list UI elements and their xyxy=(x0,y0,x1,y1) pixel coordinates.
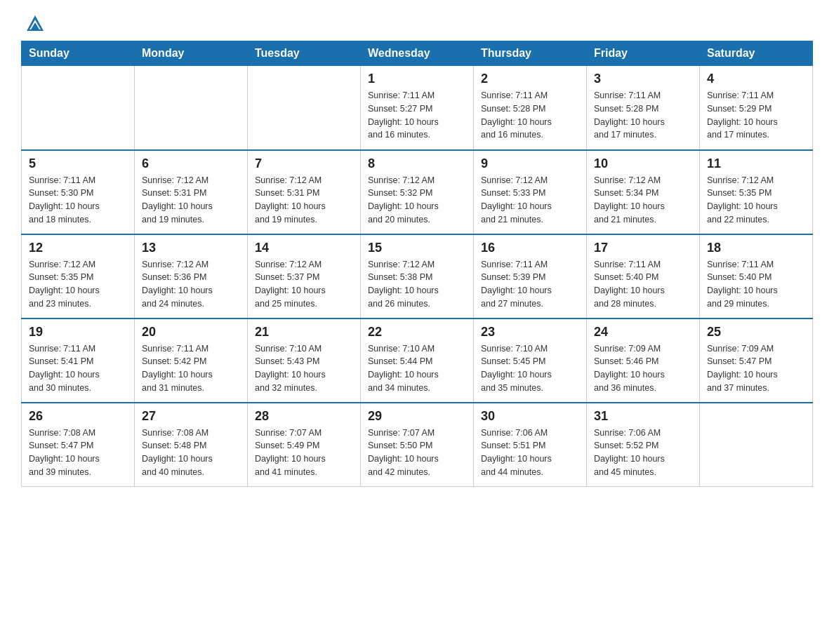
calendar-day-cell: 9Sunrise: 7:12 AM Sunset: 5:33 PM Daylig… xyxy=(474,150,587,234)
day-info: Sunrise: 7:11 AM Sunset: 5:39 PM Dayligh… xyxy=(481,258,579,311)
calendar-day-cell: 10Sunrise: 7:12 AM Sunset: 5:34 PM Dayli… xyxy=(587,150,700,234)
header-friday: Friday xyxy=(587,41,700,66)
day-info: Sunrise: 7:12 AM Sunset: 5:34 PM Dayligh… xyxy=(594,174,692,227)
day-info: Sunrise: 7:06 AM Sunset: 5:52 PM Dayligh… xyxy=(594,427,692,479)
day-number: 9 xyxy=(481,156,579,171)
calendar-day-cell: 18Sunrise: 7:11 AM Sunset: 5:40 PM Dayli… xyxy=(700,234,813,318)
calendar-week-row: 12Sunrise: 7:12 AM Sunset: 5:35 PM Dayli… xyxy=(22,234,813,318)
day-info: Sunrise: 7:08 AM Sunset: 5:47 PM Dayligh… xyxy=(29,427,127,479)
day-info: Sunrise: 7:12 AM Sunset: 5:33 PM Dayligh… xyxy=(481,174,579,227)
calendar-day-cell: 20Sunrise: 7:11 AM Sunset: 5:42 PM Dayli… xyxy=(135,318,248,403)
day-number: 2 xyxy=(481,72,579,86)
day-number: 28 xyxy=(255,409,353,424)
calendar-day-cell: 27Sunrise: 7:08 AM Sunset: 5:48 PM Dayli… xyxy=(135,403,248,487)
header-thursday: Thursday xyxy=(474,41,587,66)
day-number: 8 xyxy=(368,156,466,171)
header-monday: Monday xyxy=(135,41,248,66)
day-number: 17 xyxy=(594,241,692,255)
day-number: 23 xyxy=(481,325,579,340)
day-number: 19 xyxy=(29,325,127,340)
day-number: 16 xyxy=(481,241,579,255)
calendar-day-cell: 4Sunrise: 7:11 AM Sunset: 5:29 PM Daylig… xyxy=(700,66,813,150)
day-number: 29 xyxy=(368,409,466,424)
calendar-day-cell: 15Sunrise: 7:12 AM Sunset: 5:38 PM Dayli… xyxy=(361,234,474,318)
day-number: 6 xyxy=(142,156,240,171)
day-info: Sunrise: 7:12 AM Sunset: 5:32 PM Dayligh… xyxy=(368,174,466,227)
day-info: Sunrise: 7:10 AM Sunset: 5:43 PM Dayligh… xyxy=(255,342,353,395)
calendar-day-cell: 6Sunrise: 7:12 AM Sunset: 5:31 PM Daylig… xyxy=(135,150,248,234)
calendar-day-cell: 26Sunrise: 7:08 AM Sunset: 5:47 PM Dayli… xyxy=(22,403,135,487)
calendar-day-cell: 14Sunrise: 7:12 AM Sunset: 5:37 PM Dayli… xyxy=(248,234,361,318)
day-number: 13 xyxy=(142,241,240,255)
day-info: Sunrise: 7:07 AM Sunset: 5:50 PM Dayligh… xyxy=(368,427,466,479)
calendar-day-cell xyxy=(700,403,813,487)
day-number: 5 xyxy=(29,156,127,171)
day-info: Sunrise: 7:12 AM Sunset: 5:31 PM Dayligh… xyxy=(255,174,353,227)
day-info: Sunrise: 7:06 AM Sunset: 5:51 PM Dayligh… xyxy=(481,427,579,479)
calendar-day-cell: 25Sunrise: 7:09 AM Sunset: 5:47 PM Dayli… xyxy=(700,318,813,403)
calendar-day-cell: 13Sunrise: 7:12 AM Sunset: 5:36 PM Dayli… xyxy=(135,234,248,318)
calendar-day-cell: 24Sunrise: 7:09 AM Sunset: 5:46 PM Dayli… xyxy=(587,318,700,403)
calendar-day-cell: 29Sunrise: 7:07 AM Sunset: 5:50 PM Dayli… xyxy=(361,403,474,487)
calendar-day-cell: 7Sunrise: 7:12 AM Sunset: 5:31 PM Daylig… xyxy=(248,150,361,234)
day-number: 30 xyxy=(481,409,579,424)
day-info: Sunrise: 7:10 AM Sunset: 5:44 PM Dayligh… xyxy=(368,342,466,395)
day-number: 22 xyxy=(368,325,466,340)
day-number: 27 xyxy=(142,409,240,424)
header-sunday: Sunday xyxy=(22,41,135,66)
logo-triangle-icon xyxy=(25,14,45,34)
day-number: 4 xyxy=(707,72,805,86)
day-info: Sunrise: 7:12 AM Sunset: 5:37 PM Dayligh… xyxy=(255,258,353,311)
day-number: 14 xyxy=(255,241,353,255)
day-info: Sunrise: 7:12 AM Sunset: 5:31 PM Dayligh… xyxy=(142,174,240,227)
day-info: Sunrise: 7:09 AM Sunset: 5:46 PM Dayligh… xyxy=(594,342,692,395)
calendar-day-cell xyxy=(22,66,135,150)
day-number: 7 xyxy=(255,156,353,171)
logo xyxy=(21,14,48,34)
day-info: Sunrise: 7:12 AM Sunset: 5:35 PM Dayligh… xyxy=(707,174,805,227)
day-number: 12 xyxy=(29,241,127,255)
calendar-day-cell: 22Sunrise: 7:10 AM Sunset: 5:44 PM Dayli… xyxy=(361,318,474,403)
day-info: Sunrise: 7:09 AM Sunset: 5:47 PM Dayligh… xyxy=(707,342,805,395)
day-number: 26 xyxy=(29,409,127,424)
header-wednesday: Wednesday xyxy=(361,41,474,66)
day-info: Sunrise: 7:07 AM Sunset: 5:49 PM Dayligh… xyxy=(255,427,353,479)
day-info: Sunrise: 7:11 AM Sunset: 5:40 PM Dayligh… xyxy=(594,258,692,311)
calendar-day-cell: 23Sunrise: 7:10 AM Sunset: 5:45 PM Dayli… xyxy=(474,318,587,403)
day-info: Sunrise: 7:12 AM Sunset: 5:36 PM Dayligh… xyxy=(142,258,240,311)
calendar-day-cell: 2Sunrise: 7:11 AM Sunset: 5:28 PM Daylig… xyxy=(474,66,587,150)
day-number: 25 xyxy=(707,325,805,340)
calendar-day-cell: 3Sunrise: 7:11 AM Sunset: 5:28 PM Daylig… xyxy=(587,66,700,150)
page-header xyxy=(21,14,813,34)
day-info: Sunrise: 7:12 AM Sunset: 5:38 PM Dayligh… xyxy=(368,258,466,311)
calendar-table: SundayMondayTuesdayWednesdayThursdayFrid… xyxy=(21,41,813,487)
day-info: Sunrise: 7:11 AM Sunset: 5:29 PM Dayligh… xyxy=(707,89,805,142)
day-number: 18 xyxy=(707,241,805,255)
calendar-week-row: 26Sunrise: 7:08 AM Sunset: 5:47 PM Dayli… xyxy=(22,403,813,487)
calendar-day-cell: 19Sunrise: 7:11 AM Sunset: 5:41 PM Dayli… xyxy=(22,318,135,403)
calendar-day-cell xyxy=(248,66,361,150)
day-number: 31 xyxy=(594,409,692,424)
day-info: Sunrise: 7:11 AM Sunset: 5:30 PM Dayligh… xyxy=(29,174,127,227)
day-number: 11 xyxy=(707,156,805,171)
calendar-header-row: SundayMondayTuesdayWednesdayThursdayFrid… xyxy=(22,41,813,66)
day-info: Sunrise: 7:08 AM Sunset: 5:48 PM Dayligh… xyxy=(142,427,240,479)
day-number: 15 xyxy=(368,241,466,255)
header-saturday: Saturday xyxy=(700,41,813,66)
day-number: 1 xyxy=(368,72,466,86)
calendar-day-cell: 11Sunrise: 7:12 AM Sunset: 5:35 PM Dayli… xyxy=(700,150,813,234)
day-info: Sunrise: 7:11 AM Sunset: 5:27 PM Dayligh… xyxy=(368,89,466,142)
calendar-day-cell: 30Sunrise: 7:06 AM Sunset: 5:51 PM Dayli… xyxy=(474,403,587,487)
calendar-day-cell: 31Sunrise: 7:06 AM Sunset: 5:52 PM Dayli… xyxy=(587,403,700,487)
day-number: 3 xyxy=(594,72,692,86)
calendar-day-cell: 16Sunrise: 7:11 AM Sunset: 5:39 PM Dayli… xyxy=(474,234,587,318)
header-tuesday: Tuesday xyxy=(248,41,361,66)
day-info: Sunrise: 7:11 AM Sunset: 5:40 PM Dayligh… xyxy=(707,258,805,311)
day-info: Sunrise: 7:11 AM Sunset: 5:28 PM Dayligh… xyxy=(481,89,579,142)
day-number: 10 xyxy=(594,156,692,171)
calendar-day-cell: 12Sunrise: 7:12 AM Sunset: 5:35 PM Dayli… xyxy=(22,234,135,318)
calendar-day-cell: 17Sunrise: 7:11 AM Sunset: 5:40 PM Dayli… xyxy=(587,234,700,318)
day-number: 24 xyxy=(594,325,692,340)
calendar-day-cell: 8Sunrise: 7:12 AM Sunset: 5:32 PM Daylig… xyxy=(361,150,474,234)
day-number: 21 xyxy=(255,325,353,340)
